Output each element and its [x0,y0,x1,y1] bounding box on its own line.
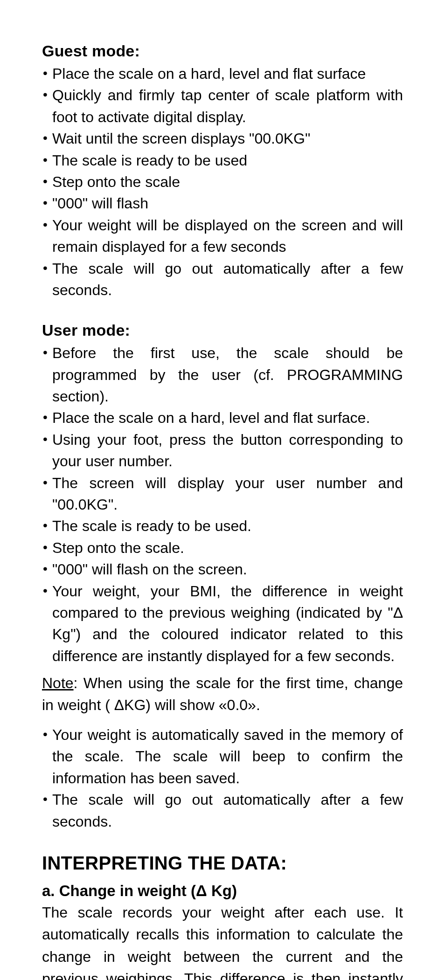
note-label: Note [42,675,74,691]
list-item: The scale will go out automatically afte… [42,789,403,832]
list-item: Place the scale on a hard, level and fla… [42,407,403,428]
list-item: Step onto the scale. [42,537,403,559]
list-item: The scale will go out automatically afte… [42,258,403,301]
note-text: : When using the scale for the first tim… [42,675,403,713]
list-item: Wait until the screen displays "00.0KG" [42,128,403,149]
user-mode-title: User mode: [42,321,403,339]
list-item: Your weight is automatically saved in th… [42,724,403,789]
change-in-weight-body: The scale records your weight after each… [42,902,403,980]
user-mode-note: Note: When using the scale for the first… [42,672,403,716]
list-item: Using your foot, press the button corres… [42,429,403,472]
list-item: The scale is ready to be used [42,150,403,171]
change-in-weight-subheading: a. Change in weight (Δ Kg) [42,882,403,900]
list-item: Quickly and firmly tap center of scale p… [42,84,403,128]
list-item: Before the first use, the scale should b… [42,342,403,407]
list-item: "000" will flash [42,193,403,214]
list-item: Place the scale on a hard, level and fla… [42,63,403,84]
guest-mode-list: Place the scale on a hard, level and fla… [42,63,403,301]
list-item: The screen will display your user number… [42,472,403,516]
list-item: The scale is ready to be used. [42,515,403,537]
user-mode-list-b: Your weight is automatically saved in th… [42,724,403,832]
list-item: Step onto the scale [42,171,403,193]
interpreting-heading: INTERPRETING THE DATA: [42,853,403,874]
list-item: Your weight will be displayed on the scr… [42,214,403,258]
user-mode-list-a: Before the first use, the scale should b… [42,342,403,667]
list-item: "000" will flash on the screen. [42,559,403,580]
list-item: Your weight, your BMI, the difference in… [42,580,403,667]
guest-mode-title: Guest mode: [42,42,403,60]
